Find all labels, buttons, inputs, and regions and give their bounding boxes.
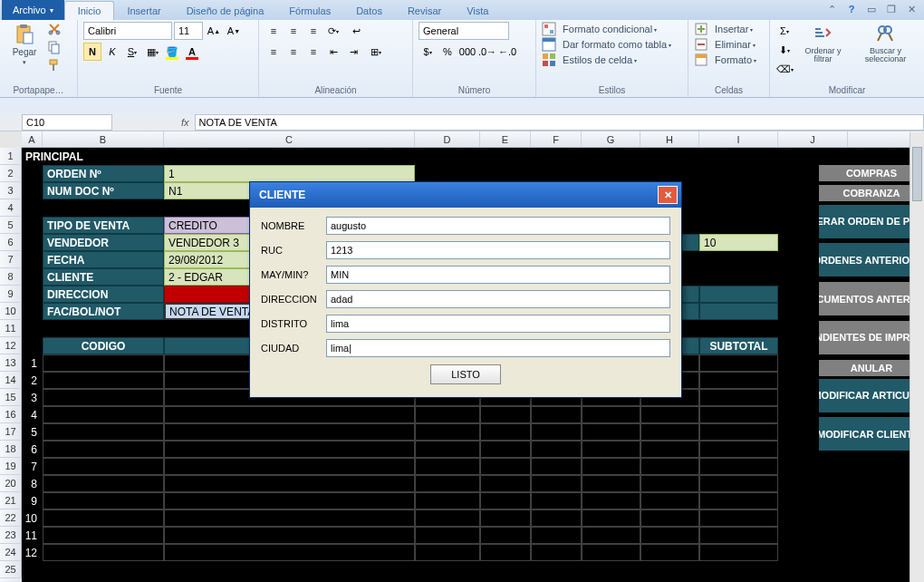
cell-r5-c1[interactable] [43,423,164,441]
row-header-2[interactable]: 2 [0,165,22,182]
col-header-C[interactable]: C [164,131,415,147]
cell-r8-c1[interactable] [43,475,164,492]
cell-r9-c3[interactable] [415,492,480,509]
cell-r12-c2[interactable] [164,544,415,561]
fill-color-button[interactable]: 🪣 [163,43,181,61]
cell-r10-c6[interactable] [582,509,640,527]
font-select[interactable] [83,22,172,40]
increase-decimal-icon[interactable]: .0→ [478,43,496,61]
decrease-indent-icon[interactable]: ⇤ [324,43,342,61]
cell-r5-c3[interactable] [415,423,480,441]
cell-r6-c2[interactable] [164,441,415,458]
sidebar-btn-1[interactable]: COBRANZA [819,185,924,201]
format-table-button[interactable]: Dar formato como tabla ▾ [542,37,671,52]
cell-r5-c4[interactable] [480,423,531,441]
dlg-input-nombre[interactable] [326,217,670,235]
col-header-A[interactable]: A [22,131,43,147]
cell-r11-c3[interactable] [415,527,480,544]
orientation-icon[interactable]: ⟳▾ [324,22,342,40]
cell-r6-c3[interactable] [415,441,480,458]
cell-r7-c4[interactable] [480,458,531,475]
row-header-24[interactable]: 24 [0,544,22,561]
row-header-17[interactable]: 17 [0,423,22,441]
cell-r12-c5[interactable] [531,544,582,561]
cell-r7-c6[interactable] [582,458,640,475]
cell-r12-c4[interactable] [480,544,531,561]
cell-r8-c2[interactable] [164,475,415,492]
cell-r4-c3[interactable] [415,406,480,423]
cell-r3-c8[interactable] [699,389,778,406]
row-header-9[interactable]: 9 [0,286,22,303]
tab-vista[interactable]: Vista [454,2,501,20]
row-header-8[interactable]: 8 [0,268,22,286]
cell-r7-c8[interactable] [699,458,778,475]
sidebar-btn-5[interactable]: PENDIENTES DE IMPRESION [819,321,924,354]
row-header-13[interactable]: 13 [0,354,22,372]
copy-icon[interactable] [47,40,62,56]
cell-r9-c5[interactable] [531,492,582,509]
tab-diseno[interactable]: Diseño de página [174,2,277,20]
row-header-4[interactable]: 4 [0,199,22,217]
cell-r9-c6[interactable] [582,492,640,509]
decrease-decimal-icon[interactable]: ←.0 [498,43,516,61]
dlg-listo-button[interactable]: LISTO [430,364,501,384]
align-middle-icon[interactable]: ≡ [284,22,303,40]
increase-font-icon[interactable]: A▲ [205,22,223,40]
cell-r12-c6[interactable] [582,544,640,561]
cell-r11-c8[interactable] [699,527,778,544]
dlg-input-direccion[interactable] [326,290,670,308]
cell-r6-c7[interactable] [640,441,699,458]
row-header-22[interactable]: 22 [0,509,22,527]
cell-r8-c3[interactable] [415,475,480,492]
col-header-H[interactable]: H [640,131,699,147]
cell-r10-c3[interactable] [415,509,480,527]
cell-r4-c5[interactable] [531,406,582,423]
align-bottom-icon[interactable]: ≡ [304,22,322,40]
cell-r8-c6[interactable] [582,475,640,492]
col-header-D[interactable]: D [415,131,480,147]
cell-eso-val[interactable] [699,286,778,303]
cell-r10-c5[interactable] [531,509,582,527]
cell-r7-c7[interactable] [640,458,699,475]
cell-orden-val[interactable]: 1 [164,165,415,182]
row-header-10[interactable]: 10 [0,303,22,320]
row-header-23[interactable]: 23 [0,527,22,544]
cell-r4-c8[interactable] [699,406,778,423]
cell-r11-c1[interactable] [43,527,164,544]
cell-r5-c2[interactable] [164,423,415,441]
dialog-close-button[interactable]: ✕ [658,186,678,204]
tab-datos[interactable]: Datos [343,2,395,20]
cell-r10-c7[interactable] [640,509,699,527]
file-tab[interactable]: Archivo ▾ [2,0,64,20]
cell-nado-val[interactable] [699,303,778,320]
cell-r9-c2[interactable] [164,492,415,509]
row-header-15[interactable]: 15 [0,389,22,406]
paste-button[interactable]: Pegar ▾ [5,22,43,68]
cell-r10-c4[interactable] [480,509,531,527]
cell-r4-c2[interactable] [164,406,415,423]
autosum-icon[interactable]: Σ▾ [775,22,794,40]
comma-icon[interactable]: 000 [458,43,476,61]
cell-r6-c1[interactable] [43,441,164,458]
restore-icon[interactable]: ❐ [884,2,899,16]
sidebar-btn-4[interactable]: DOCUMENTOS ANTERIORES [819,282,924,315]
cell-r9-c4[interactable] [480,492,531,509]
cell-r11-c4[interactable] [480,527,531,544]
col-header-I[interactable]: I [699,131,778,147]
tab-inicio[interactable]: Inicio [64,1,115,20]
cut-icon[interactable] [47,22,62,38]
conditional-format-button[interactable]: Formato condicional ▾ [542,22,657,36]
clear-icon[interactable]: ⌫▾ [775,60,794,78]
cell-r9-c8[interactable] [699,492,778,509]
row-header-1[interactable]: 1 [0,148,22,165]
delete-cells-button[interactable]: Eliminar ▾ [694,37,756,52]
fx-icon[interactable]: fx [181,117,189,128]
align-right-icon[interactable]: ≡ [304,43,322,61]
row-header-25[interactable]: 25 [0,561,22,578]
cell-r6-c4[interactable] [480,441,531,458]
cell-r4-c4[interactable] [480,406,531,423]
row-header-21[interactable]: 21 [0,492,22,509]
sidebar-btn-2[interactable]: GENERAR ORDEN DE PEDIDOS [819,205,924,238]
cell-styles-button[interactable]: Estilos de celda ▾ [542,53,637,67]
cell-r4-c7[interactable] [640,406,699,423]
